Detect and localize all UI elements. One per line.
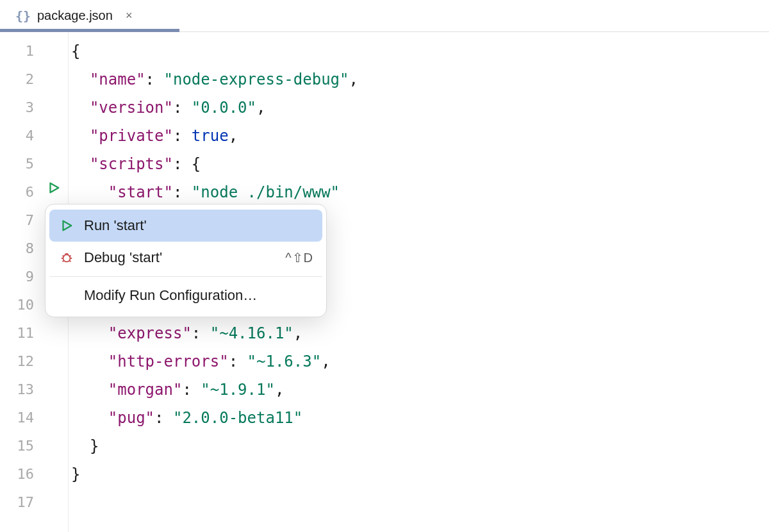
code-line: "start": "node ./bin/www"	[71, 178, 769, 206]
close-icon[interactable]: ×	[126, 9, 133, 22]
line-number: 9	[0, 263, 42, 291]
line-number: 7	[0, 206, 42, 235]
code-line: "name": "node-express-debug",	[71, 65, 769, 94]
line-number: 13	[0, 376, 42, 404]
line-number: 10	[0, 291, 42, 319]
spacer	[58, 287, 75, 304]
code-line: {	[71, 37, 769, 65]
code-line: "version": "0.0.0",	[71, 94, 769, 122]
bug-icon	[58, 249, 75, 266]
code-line: "http-errors": "~1.6.3",	[71, 347, 769, 376]
tab-bar: {} package.json ×	[0, 0, 769, 32]
menu-item-debug-start[interactable]: Debug 'start' ^⇧D	[49, 242, 322, 274]
line-number: 8	[0, 235, 42, 263]
play-icon	[58, 217, 75, 234]
line-number: 4	[0, 122, 42, 150]
menu-item-label: Run 'start'	[84, 217, 147, 234]
code-line: }	[71, 432, 769, 460]
code-line: "pug": "2.0.0-beta11"	[71, 404, 769, 432]
menu-item-run-start[interactable]: Run 'start'	[49, 210, 322, 242]
code-line: "scripts": {	[71, 150, 769, 178]
line-number: 3	[0, 94, 42, 122]
code-line	[71, 488, 769, 517]
code-line: "private": true,	[71, 122, 769, 150]
line-number: 16	[0, 460, 42, 488]
line-number: 6	[0, 178, 42, 206]
run-gutter-icon[interactable]	[44, 178, 63, 197]
svg-line-4	[63, 255, 64, 256]
code-line: "morgan": "~1.9.1",	[71, 376, 769, 404]
menu-item-label: Modify Run Configuration…	[84, 287, 257, 304]
svg-text:{}: {}	[15, 8, 30, 24]
line-number: 15	[0, 432, 42, 460]
menu-item-modify-config[interactable]: Modify Run Configuration…	[49, 279, 322, 312]
line-number: 2	[0, 65, 42, 94]
line-number-gutter: 1 2 3 4 5 6 7 8 9 10 11 12 13 14 15 16 1…	[0, 32, 42, 532]
svg-line-5	[70, 255, 71, 256]
svg-line-6	[63, 261, 64, 262]
line-number: 1	[0, 37, 42, 65]
code-line: "express": "~4.16.1",	[71, 319, 769, 347]
menu-item-label: Debug 'start'	[84, 249, 162, 266]
code-line: }	[71, 460, 769, 488]
svg-point-1	[63, 254, 70, 262]
svg-line-7	[70, 261, 71, 262]
keyboard-shortcut: ^⇧D	[285, 250, 313, 265]
menu-separator	[49, 276, 322, 277]
line-number: 17	[0, 488, 42, 517]
line-number: 11	[0, 319, 42, 347]
json-file-icon: {}	[14, 8, 31, 24]
line-number: 12	[0, 347, 42, 376]
tab-package-json[interactable]: {} package.json ×	[8, 0, 138, 31]
line-number: 14	[0, 404, 42, 432]
tab-title: package.json	[37, 8, 113, 23]
line-number: 5	[0, 150, 42, 178]
run-context-menu: Run 'start' Debug 'start' ^⇧D Modify Run…	[45, 204, 327, 317]
